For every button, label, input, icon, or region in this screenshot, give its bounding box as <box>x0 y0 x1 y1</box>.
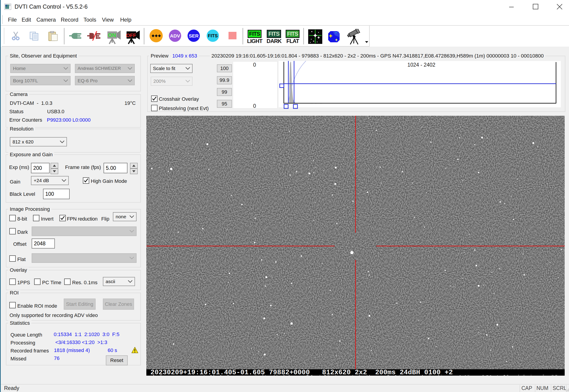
svg-text:20230209+19:16:01.405-01.605 7: 20230209+19:16:01.405-01.605 79882+0000 … <box>150 369 453 376</box>
